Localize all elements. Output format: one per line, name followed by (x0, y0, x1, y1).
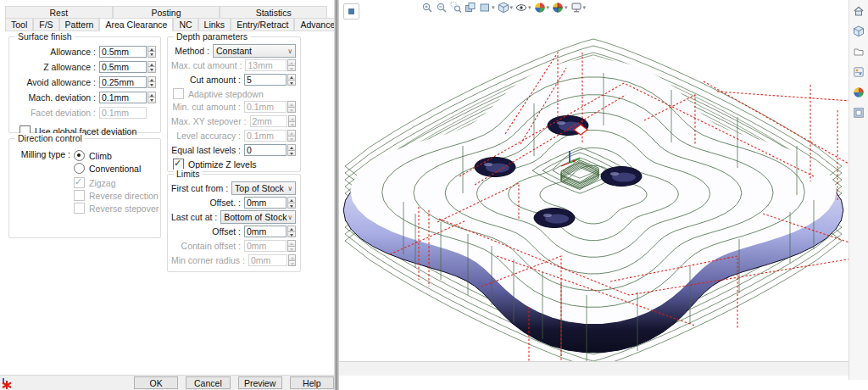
checkbox-label: Adaptive stepdown (188, 89, 264, 99)
spinner (287, 101, 296, 113)
tab-posting[interactable]: Posting (113, 6, 220, 18)
field-max-cut-amount: Max. cut amount :13mm (171, 58, 296, 72)
toolpath-3d-view[interactable] (339, 0, 868, 376)
panel-toggle-icon (348, 8, 354, 14)
field-facet-deviation: Facet deviation :0.1mm (13, 105, 156, 120)
field-z-allowance-input[interactable]: 0.5mm (99, 61, 147, 73)
dropdown-arrow-icon[interactable]: ▾ (547, 4, 550, 11)
field-cut-amount-input[interactable]: 5 (244, 74, 287, 86)
checkbox-label: Optimize Z levels (188, 159, 257, 170)
checkbox (74, 203, 85, 214)
tab-nc[interactable]: NC (173, 18, 198, 31)
cube-icon[interactable] (851, 25, 866, 38)
limits-group: Limits First cut from :Top of Stock∨Offs… (167, 174, 301, 272)
spinner (287, 59, 296, 71)
radio-label: Climb (89, 151, 112, 161)
field-method: Method :Constant∨ (171, 44, 296, 58)
radio-button[interactable] (74, 150, 85, 161)
spinner[interactable] (147, 76, 156, 88)
cube-icon[interactable]: ▾ (497, 1, 515, 14)
field-mach-deviation-input[interactable]: 0.1mm (99, 92, 147, 103)
dropdown-arrow-icon[interactable]: ▾ (528, 4, 531, 11)
tab-rest[interactable]: Rest (5, 6, 113, 18)
checkbox (74, 190, 85, 201)
milling-type-row: Milling type :ClimbConventional (9, 149, 160, 175)
shaded-view-icon[interactable]: ▾ (533, 1, 551, 14)
spinner[interactable] (287, 226, 296, 237)
field-offset: Offset. :0mm (171, 196, 296, 209)
dropdown-arrow-icon[interactable]: ▾ (565, 4, 568, 11)
field-label: Offset. : (171, 198, 244, 208)
ok-button[interactable]: OK (134, 376, 178, 389)
dropdown-arrow-icon[interactable]: ▾ (583, 4, 587, 11)
field-equal-last-levels-input[interactable]: 0 (244, 144, 287, 156)
viewport-status-bar (339, 361, 868, 376)
field-label: Max. cut amount : (171, 60, 245, 70)
field-label: Min corner radius : (171, 255, 248, 265)
field-label: Cut amount : (171, 75, 244, 85)
field-avoid-allowance-input[interactable]: 0.25mm (99, 76, 147, 88)
checkbox-label: Zigzag (89, 178, 116, 188)
field-offset-input[interactable]: 0mm (244, 197, 287, 209)
field-offset-input[interactable]: 0mm (244, 226, 287, 237)
home-icon[interactable] (851, 4, 866, 18)
field-last-cut-at: Last cut at :Bottom of Stock∨ (171, 210, 296, 224)
checkbox-zigzag: Zigzag (70, 176, 160, 189)
radio-climb: Climb (74, 149, 141, 162)
tab-links[interactable]: Links (198, 18, 231, 31)
direction-control-title: Direction control (15, 133, 85, 143)
preview-button[interactable]: Preview (238, 376, 282, 389)
spinner[interactable] (147, 46, 156, 58)
tab-area-clearance[interactable]: Area Clearance (99, 18, 173, 31)
surface-finish-title: Surface finish (15, 31, 75, 42)
radio-button[interactable] (74, 163, 85, 174)
eye-icon[interactable]: ▾ (515, 1, 532, 14)
zoom-selection-icon[interactable] (449, 1, 463, 14)
field-last-cut-at-select[interactable]: Bottom of Stock∨ (220, 210, 296, 224)
viewport[interactable]: ▾▾▾▾▾▾ (339, 0, 868, 376)
checkbox-label: Reverse direction (89, 191, 159, 201)
box-icon[interactable]: ▾ (478, 1, 496, 14)
radio-label: Conventional (89, 164, 141, 174)
field-method-select[interactable]: Constant∨ (213, 44, 296, 58)
field-label: Avoid allowance : (13, 77, 99, 87)
field-label: Equal last levels : (171, 145, 244, 155)
tab-statistics[interactable]: Statistics (220, 6, 327, 18)
tab-f-s[interactable]: F/S (33, 18, 58, 31)
field-mach-deviation: Mach. deviation :0.1mm (13, 90, 156, 104)
options-icon[interactable] (851, 65, 866, 79)
folder-icon[interactable] (851, 45, 866, 58)
tab-tool[interactable]: Tool (5, 18, 33, 31)
tab-entry-retract[interactable]: Entry/Retract (231, 18, 294, 31)
field-max-xy-stepover-input: 2mm (250, 115, 288, 127)
side-toolbar (849, 0, 868, 380)
spinner[interactable] (287, 197, 296, 209)
zoom-in-icon[interactable] (420, 1, 434, 14)
area-clearance-dialog: RestPostingStatistics ToolF/SPatternArea… (0, 0, 334, 390)
screen-icon[interactable]: ▾ (570, 1, 587, 14)
spinner[interactable] (147, 61, 156, 73)
dropdown-arrow-icon[interactable]: ▾ (492, 4, 495, 11)
shaded-view-icon[interactable] (851, 86, 866, 99)
help-button[interactable]: Help (290, 376, 334, 389)
checkbox-adaptive-stepdown: Adaptive stepdown (171, 87, 296, 100)
panel-icon[interactable] (851, 106, 866, 120)
field-label: Mach. deviation : (13, 92, 99, 103)
field-label: First cut from : (171, 183, 231, 193)
spinner[interactable] (147, 92, 156, 103)
layers-icon[interactable] (464, 1, 477, 14)
cancel-button[interactable]: Cancel (186, 376, 230, 389)
select-value: Constant (216, 46, 252, 56)
busy-cursor-icon (1, 377, 12, 390)
shaded-edges-view-icon[interactable]: ▾ (551, 1, 569, 14)
panel-toggle-button[interactable] (343, 3, 359, 20)
spinner[interactable] (287, 144, 296, 156)
zoom-out-icon[interactable] (435, 1, 448, 14)
depth-parameters-title: Depth parameters (174, 31, 250, 42)
field-allowance-input[interactable]: 0.5mm (99, 46, 147, 58)
field-min-cut-amount: Min. cut amount :0.1mm (171, 100, 296, 114)
spinner[interactable] (287, 74, 296, 86)
dropdown-arrow-icon[interactable]: ▾ (510, 4, 514, 11)
tab-pattern[interactable]: Pattern (59, 18, 100, 31)
field-first-cut-from-select[interactable]: Top of Stock∨ (231, 181, 296, 195)
